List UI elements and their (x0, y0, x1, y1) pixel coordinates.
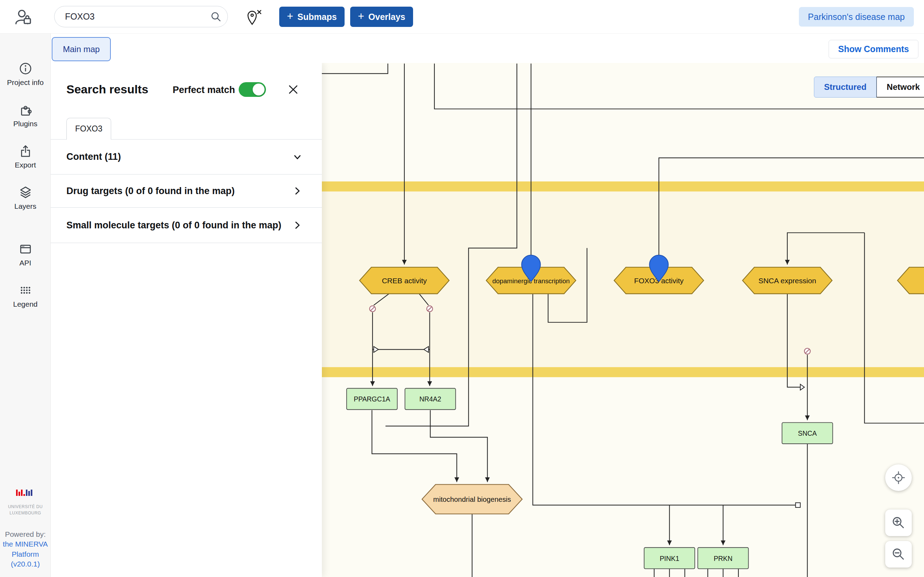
section-label: Small molecule targets (0 of 0 found in … (66, 220, 281, 231)
search-results-panel: Search results Perfect match FOXO3 Conte… (51, 63, 322, 577)
node-pink1[interactable]: PINK1 (644, 548, 695, 569)
search-icon[interactable] (210, 11, 222, 23)
plus-icon: + (358, 11, 364, 22)
node-label: mitochondrial biogenesis (433, 495, 511, 503)
chevron-down-icon (292, 152, 302, 162)
membrane-band (322, 182, 924, 192)
crosshair-icon (891, 470, 906, 485)
sidebar-item-label: Export (0, 161, 51, 169)
map-area: CREB activity dopaminergic transcription… (322, 63, 924, 577)
view-mode-toggle: Structured Network (814, 77, 924, 98)
minerva-platform-link[interactable]: the MINERVA Platform (v20.0.1) (0, 539, 51, 569)
tab-main-map[interactable]: Main map (52, 37, 111, 61)
membrane-band (322, 367, 924, 377)
dots-grid-icon (19, 283, 32, 297)
show-comments-button[interactable]: Show Comments (829, 40, 918, 58)
sidebar-item-label: Layers (0, 202, 51, 211)
close-icon[interactable] (287, 83, 299, 96)
node-snca[interactable]: SNCA (782, 422, 833, 444)
project-map-button[interactable]: Parkinson's disease map (799, 7, 914, 27)
toggle-knob (253, 84, 265, 95)
user-account-icon[interactable] (13, 8, 31, 26)
query-tab-foxo3[interactable]: FOXO3 (66, 118, 111, 140)
unilu-logo[interactable]: UNIVERSITÉ DU LUXEMBOURG (0, 488, 51, 516)
submaps-button-label: Submaps (297, 12, 337, 22)
node-snca-expression[interactable]: SNCA expression (742, 267, 832, 294)
section-content[interactable]: Content (11) (51, 140, 322, 174)
node-creb-activity[interactable]: CREB activity (360, 267, 449, 294)
sidebar-item-layers[interactable]: Layers (0, 185, 51, 211)
sidebar-item-label: API (0, 259, 51, 267)
panel-title: Search results (66, 82, 148, 96)
window-icon (19, 242, 32, 256)
perfect-match-toggle[interactable] (239, 82, 266, 97)
node-label: PRKN (713, 554, 733, 562)
node-nr4a2[interactable]: NR4A2 (405, 388, 456, 410)
top-bar: + Submaps + Overlays Parkinson's disease… (0, 0, 924, 34)
locate-button[interactable] (885, 464, 912, 491)
node-mitochondrial-biogenesis[interactable]: mitochondrial biogenesis (422, 484, 522, 514)
overlays-button-label: Overlays (368, 12, 405, 22)
search-input[interactable] (54, 6, 228, 27)
zoom-out-icon (891, 546, 906, 562)
node-label: NR4A2 (419, 395, 441, 403)
export-icon (19, 144, 32, 158)
zoom-in-icon (891, 515, 906, 530)
chevron-right-icon (292, 220, 302, 230)
sidebar-item-plugins[interactable]: Plugins (0, 103, 51, 128)
submaps-button[interactable]: + Submaps (279, 6, 345, 27)
perfect-match-label: Perfect match (173, 85, 235, 95)
node-ppargc1a[interactable]: PPARGC1A (347, 388, 397, 410)
node-label: PINK1 (660, 554, 680, 562)
plus-icon: + (287, 11, 293, 22)
section-label: Content (11) (66, 152, 121, 162)
map-tab-bar: Main map Show Comments (51, 34, 924, 63)
structured-view-button[interactable]: Structured (814, 77, 876, 98)
section-drug-targets[interactable]: Drug targets (0 of 0 found in the map) (51, 174, 322, 208)
node-prkn[interactable]: PRKN (698, 548, 749, 569)
powered-by-label: Powered by: (0, 529, 51, 539)
sidebar-item-api[interactable]: API (0, 242, 51, 267)
zoom-out-button[interactable] (885, 541, 912, 567)
unilu-caption: UNIVERSITÉ DU LUXEMBOURG (0, 504, 51, 516)
layers-icon (19, 185, 32, 199)
left-sidebar: Project info Plugins Export Layers (0, 34, 51, 577)
clear-pins-icon[interactable] (244, 8, 263, 26)
chevron-right-icon (292, 186, 302, 196)
section-small-molecule-targets[interactable]: Small molecule targets (0 of 0 found in … (51, 208, 322, 243)
sidebar-item-label: Plugins (0, 119, 51, 128)
sidebar-item-export[interactable]: Export (0, 144, 51, 169)
node-label: SNCA expression (758, 277, 816, 285)
sidebar-item-project-info[interactable]: Project info (0, 61, 51, 87)
overlays-button[interactable]: + Overlays (350, 6, 413, 27)
powered-by: Powered by: the MINERVA Platform (v20.0.… (0, 529, 51, 569)
sidebar-item-label: Project info (0, 78, 51, 87)
sidebar-item-label: Legend (0, 300, 51, 308)
unilu-logo-icon (14, 488, 37, 500)
node-label: PPARGC1A (354, 395, 390, 403)
section-label: Drug targets (0 of 0 found in the map) (66, 186, 235, 197)
node-label: CREB activity (382, 277, 427, 285)
pathway-map-canvas[interactable]: CREB activity dopaminergic transcription… (322, 63, 924, 577)
info-icon (19, 61, 32, 76)
zoom-in-button[interactable] (885, 509, 912, 536)
puzzle-icon (19, 103, 32, 117)
sidebar-item-legend[interactable]: Legend (0, 283, 51, 308)
network-view-button[interactable]: Network (876, 77, 924, 98)
node-label: SNCA (798, 429, 817, 437)
